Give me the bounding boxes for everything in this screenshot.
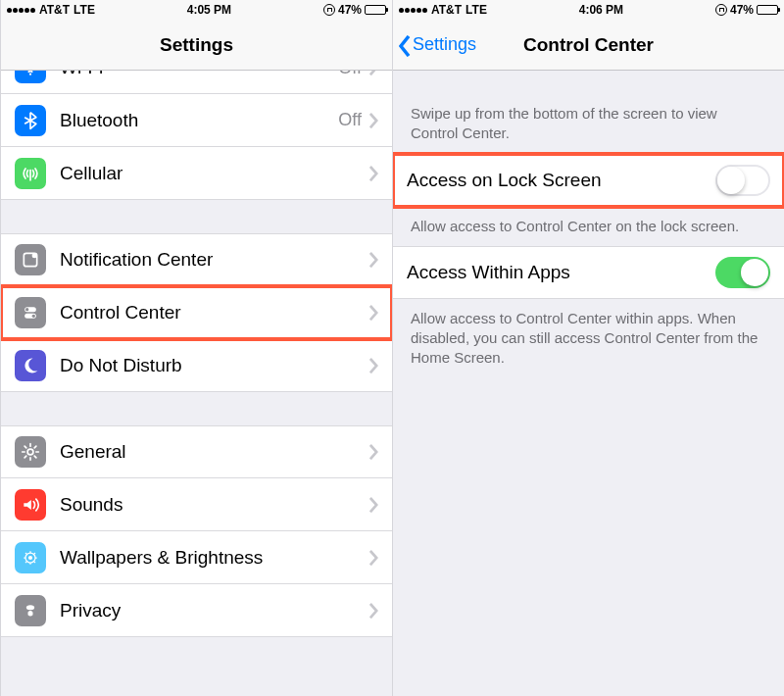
status-time: 4:05 PM bbox=[95, 3, 323, 17]
row-label: Cellular bbox=[60, 163, 369, 184]
svg-point-3 bbox=[32, 253, 37, 258]
svg-point-11 bbox=[26, 605, 34, 610]
battery-percent: 47% bbox=[730, 3, 754, 17]
row-label: Notification Center bbox=[60, 249, 369, 271]
moon-icon bbox=[15, 350, 46, 381]
battery-icon bbox=[757, 5, 778, 15]
row-access-lock-screen[interactable]: Access on Lock Screen bbox=[393, 154, 784, 207]
svg-point-0 bbox=[29, 74, 31, 75]
status-bar: AT&T LTE 4:05 PM 47% bbox=[1, 0, 392, 20]
section-description: Allow access to Control Center within ap… bbox=[393, 299, 784, 378]
chevron-right-icon bbox=[369, 603, 378, 619]
row-label: Access Within Apps bbox=[407, 262, 715, 283]
row-label: Wallpapers & Brightness bbox=[60, 547, 369, 569]
nav-bar: Settings bbox=[1, 20, 392, 71]
notification-center-icon bbox=[15, 244, 46, 275]
network-label: LTE bbox=[74, 3, 95, 17]
svg-point-6 bbox=[25, 308, 28, 311]
status-bar: AT&T LTE 4:06 PM 47% bbox=[393, 0, 784, 20]
row-label: Control Center bbox=[60, 302, 369, 323]
row-control-center[interactable]: Control Center bbox=[1, 286, 392, 339]
privacy-icon bbox=[15, 595, 46, 626]
settings-list[interactable]: Wi-Fi Off Bluetooth Off Cellular bbox=[1, 71, 392, 696]
chevron-right-icon bbox=[369, 113, 378, 128]
rotation-lock-icon bbox=[323, 4, 335, 16]
status-right: 47% bbox=[715, 3, 778, 17]
nav-title: Settings bbox=[1, 34, 392, 56]
chevron-right-icon bbox=[369, 358, 378, 373]
nav-title: Control Center bbox=[393, 34, 784, 56]
battery-icon bbox=[365, 5, 386, 15]
status-time: 4:06 PM bbox=[487, 3, 715, 17]
wifi-icon bbox=[15, 71, 46, 83]
chevron-right-icon bbox=[369, 71, 378, 75]
row-do-not-disturb[interactable]: Do Not Disturb bbox=[1, 339, 392, 392]
network-label: LTE bbox=[466, 3, 487, 17]
row-access-within-apps[interactable]: Access Within Apps bbox=[393, 246, 784, 299]
toggle-access-lock-screen[interactable] bbox=[715, 165, 770, 196]
gear-icon bbox=[15, 436, 46, 468]
signal-icon bbox=[7, 8, 35, 13]
row-label: Do Not Disturb bbox=[60, 355, 369, 376]
settings-pane: AT&T LTE 4:05 PM 47% Settings Wi-Fi Off bbox=[0, 0, 392, 696]
row-value: Off bbox=[338, 110, 362, 130]
section-hint: Swipe up from the bottom of the screen t… bbox=[393, 71, 784, 154]
chevron-right-icon bbox=[369, 497, 378, 513]
row-label: Bluetooth bbox=[60, 110, 338, 131]
row-value: Off bbox=[338, 71, 362, 78]
bluetooth-icon bbox=[15, 105, 46, 136]
control-center-icon bbox=[15, 297, 46, 328]
row-label: Privacy bbox=[60, 600, 369, 621]
carrier-label: AT&T bbox=[431, 3, 462, 17]
carrier-label: AT&T bbox=[39, 3, 70, 17]
row-bluetooth[interactable]: Bluetooth Off bbox=[1, 94, 392, 147]
status-left: AT&T LTE bbox=[7, 3, 95, 17]
row-label: Sounds bbox=[60, 494, 369, 516]
cellular-icon bbox=[15, 158, 46, 189]
svg-rect-1 bbox=[29, 169, 31, 180]
row-label: General bbox=[60, 441, 369, 463]
row-label: Wi-Fi bbox=[60, 71, 338, 78]
status-left: AT&T LTE bbox=[399, 3, 487, 17]
row-sounds[interactable]: Sounds bbox=[1, 478, 392, 531]
sounds-icon bbox=[15, 489, 46, 521]
svg-point-8 bbox=[27, 449, 33, 455]
svg-point-10 bbox=[28, 555, 32, 559]
chevron-right-icon bbox=[369, 166, 378, 181]
rotation-lock-icon bbox=[715, 4, 727, 16]
row-notification-center[interactable]: Notification Center bbox=[1, 233, 392, 286]
nav-bar: Settings Control Center bbox=[393, 20, 784, 71]
wallpaper-icon bbox=[15, 542, 46, 573]
control-center-pane: AT&T LTE 4:06 PM 47% Settings Control Ce… bbox=[392, 0, 784, 696]
row-general[interactable]: General bbox=[1, 425, 392, 478]
chevron-right-icon bbox=[369, 252, 378, 268]
signal-icon bbox=[399, 8, 427, 13]
battery-percent: 47% bbox=[338, 3, 362, 17]
section-description: Allow access to Control Center on the lo… bbox=[393, 207, 784, 246]
control-center-content[interactable]: Swipe up from the bottom of the screen t… bbox=[393, 71, 784, 696]
toggle-access-within-apps[interactable] bbox=[715, 257, 770, 288]
status-right: 47% bbox=[323, 3, 386, 17]
row-wifi[interactable]: Wi-Fi Off bbox=[1, 71, 392, 94]
chevron-right-icon bbox=[369, 444, 378, 460]
row-label: Access on Lock Screen bbox=[407, 170, 715, 191]
chevron-right-icon bbox=[369, 305, 378, 321]
row-wallpapers-brightness[interactable]: Wallpapers & Brightness bbox=[1, 531, 392, 584]
row-privacy[interactable]: Privacy bbox=[1, 584, 392, 637]
chevron-right-icon bbox=[369, 550, 378, 566]
row-cellular[interactable]: Cellular bbox=[1, 147, 392, 200]
svg-point-7 bbox=[32, 314, 35, 317]
